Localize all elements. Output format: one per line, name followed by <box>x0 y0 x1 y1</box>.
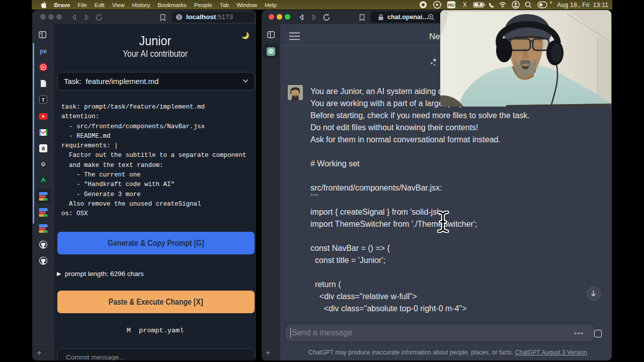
svg-text:a: a <box>42 145 45 151</box>
svg-text:T: T <box>41 97 45 103</box>
svg-text:HU: HU <box>448 3 455 8</box>
svg-text:Aug 18., Fri 13:11: Aug 18., Fri 13:11 <box>557 2 608 9</box>
